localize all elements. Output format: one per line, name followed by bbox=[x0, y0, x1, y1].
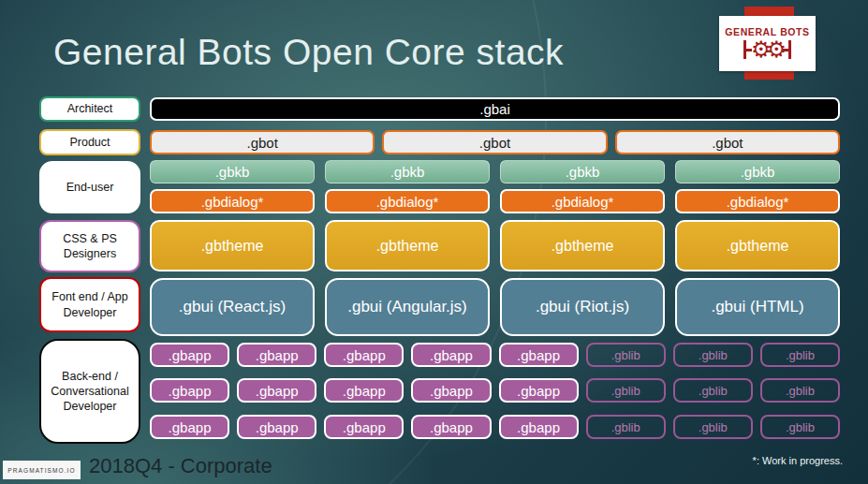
gbapp-box: .gbapp bbox=[150, 378, 229, 403]
gbapp-box: .gbapp bbox=[324, 415, 404, 439]
gbkb-box: .gbkb bbox=[325, 160, 490, 183]
row-backend-1: .gbapp.gbapp.gbapp.gbapp.gbapp.gblib.gbl… bbox=[150, 343, 840, 367]
gbtheme-box: .gbtheme bbox=[325, 220, 490, 271]
gblib-box: .gblib bbox=[673, 378, 753, 403]
gbapp-box: .gbapp bbox=[411, 343, 491, 367]
gbot-box: .gbot bbox=[150, 130, 375, 154]
general-bots-logo: GENERAL BOTS ⚙⚙ bbox=[719, 16, 816, 71]
gblib-box: .gblib bbox=[673, 343, 753, 367]
gbapp-box: .gbapp bbox=[324, 378, 404, 403]
row-label-frontend-app-developer: Font end / App Developer bbox=[39, 277, 140, 332]
row-backend-3: .gbapp.gbapp.gbapp.gbapp.gbapp.gblib.gbl… bbox=[150, 415, 840, 439]
gbui-box: .gbui (React.js) bbox=[150, 278, 315, 336]
row-gbui: .gbui (React.js).gbui (Angular.js).gbui … bbox=[150, 278, 840, 336]
gbot-box: .gbot bbox=[382, 130, 607, 154]
gbui-box: .gbui (HTML) bbox=[675, 278, 840, 336]
slide: General Bots Open Core stack GENERAL BOT… bbox=[0, 0, 868, 484]
gbdialog-box: .gbdialog* bbox=[150, 189, 315, 213]
gblib-box: .gblib bbox=[760, 343, 840, 367]
row-gbtheme: .gbtheme.gbtheme.gbtheme.gbtheme bbox=[150, 220, 840, 271]
gbdialog-box: .gbdialog* bbox=[500, 189, 665, 213]
gbapp-box: .gbapp bbox=[150, 343, 229, 367]
row-gbkb: .gbkb.gbkb.gbkb.gbkb bbox=[150, 160, 840, 183]
gbkb-box: .gbkb bbox=[675, 160, 840, 183]
gbtheme-box: .gbtheme bbox=[500, 220, 665, 271]
gbot-box: .gbot bbox=[615, 130, 840, 154]
gbtheme-box: .gbtheme bbox=[150, 220, 315, 271]
footer-version-text: 2018Q4 - Corporate bbox=[89, 454, 272, 478]
gbapp-box: .gbapp bbox=[150, 415, 229, 439]
row-gbdialog: .gbdialog*.gbdialog*.gbdialog*.gbdialog* bbox=[150, 189, 840, 213]
row-label-end-user: End-user bbox=[39, 161, 140, 213]
gblib-box: .gblib bbox=[586, 378, 666, 403]
page-title: General Bots Open Core stack bbox=[53, 32, 564, 73]
row-label-css-ps-designers: CSS & PS Designers bbox=[39, 220, 140, 272]
gbdialog-box: .gbdialog* bbox=[325, 189, 490, 213]
gbdialog-box: .gbdialog* bbox=[675, 189, 840, 213]
gblib-box: .gblib bbox=[586, 415, 666, 439]
gbapp-box: .gbapp bbox=[499, 415, 579, 439]
row-label-backend-conversational-developer: Back-end / Conversational Developer bbox=[39, 339, 140, 444]
gbapp-box: .gbapp bbox=[411, 415, 491, 439]
gbtheme-box: .gbtheme bbox=[675, 220, 840, 271]
gbui-box: .gbui (Riot.js) bbox=[500, 278, 665, 336]
row-label-architect: Architect bbox=[39, 96, 140, 122]
gbkb-box: .gbkb bbox=[150, 160, 315, 183]
row-gbai: .gbai bbox=[150, 97, 840, 121]
gbapp-box: .gbapp bbox=[411, 378, 491, 403]
gbapp-box: .gbapp bbox=[237, 415, 316, 439]
gbapp-box: .gbapp bbox=[499, 343, 579, 367]
gbapp-box: .gbapp bbox=[237, 378, 316, 403]
gbapp-box: .gbapp bbox=[324, 343, 404, 367]
pragmatismo-watermark: PRAGMATISMO.IO bbox=[3, 461, 81, 479]
gblib-box: .gblib bbox=[586, 343, 666, 367]
work-in-progress-note: *: Work in progress. bbox=[753, 455, 843, 466]
row-backend-2: .gbapp.gbapp.gbapp.gbapp.gbapp.gblib.gbl… bbox=[150, 378, 840, 403]
gblib-box: .gblib bbox=[760, 378, 840, 403]
gears-icon: ⚙⚙ bbox=[743, 38, 791, 61]
row-label-product: Product bbox=[39, 129, 140, 155]
gear-pin-right-icon bbox=[788, 40, 791, 59]
row-gbot: .gbot.gbot.gbot bbox=[150, 130, 840, 154]
gbai-box: .gbai bbox=[150, 97, 840, 121]
gbui-box: .gbui (Angular.js) bbox=[325, 278, 490, 336]
gbkb-box: .gbkb bbox=[500, 160, 665, 183]
gbapp-box: .gbapp bbox=[237, 343, 316, 367]
gbapp-box: .gbapp bbox=[499, 378, 579, 403]
gblib-box: .gblib bbox=[673, 415, 753, 439]
gear-icon: ⚙ bbox=[767, 38, 785, 61]
gblib-box: .gblib bbox=[760, 415, 840, 439]
